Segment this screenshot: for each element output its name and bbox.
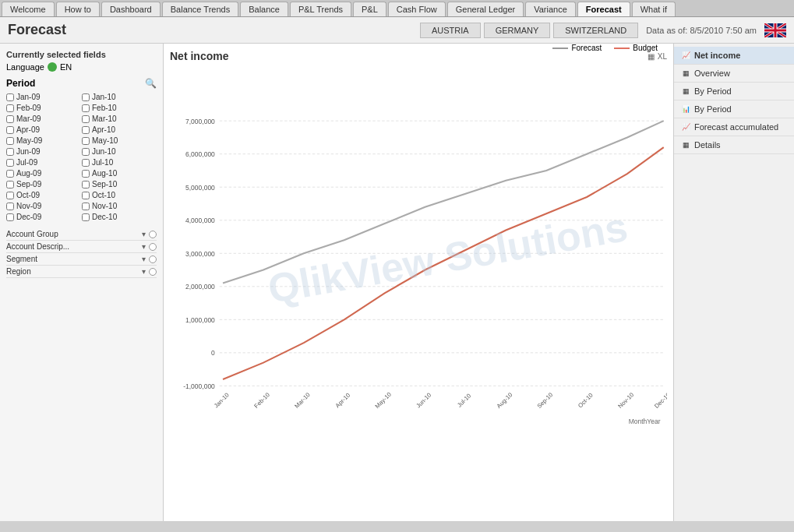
rp-by-period-2[interactable]: 📊 By Period — [674, 100, 794, 118]
period-label: Nov-10 — [92, 202, 117, 210]
rp-overview[interactable]: ▦ Overview — [674, 65, 794, 83]
legend-forecast: Forecast — [552, 44, 602, 52]
tab-cash-flow[interactable]: Cash Flow — [388, 2, 446, 16]
period-row: Aug-09 — [6, 168, 81, 178]
period-checkbox-right-1[interactable] — [82, 104, 90, 112]
period-search-icon[interactable]: 🔍 — [145, 78, 157, 89]
period-checkbox-right-8[interactable] — [82, 181, 90, 188]
period-checkbox-left-7[interactable] — [6, 170, 14, 178]
svg-text:1,000,000: 1,000,000 — [185, 316, 215, 324]
filter-label: Account Descrip... — [6, 242, 139, 251]
svg-text:May-10: May-10 — [374, 391, 393, 410]
period-checkbox-left-4[interactable] — [6, 137, 14, 145]
svg-text:3,000,000: 3,000,000 — [185, 250, 215, 258]
country-austria[interactable]: AUSTRIA — [420, 23, 481, 38]
period-checkbox-right-5[interactable] — [82, 148, 90, 156]
period-label: Sep-10 — [92, 180, 117, 188]
period-label: Mar-10 — [92, 115, 117, 123]
period-checkbox-right-6[interactable] — [82, 159, 90, 167]
period-label: Dec-09 — [16, 213, 41, 221]
svg-text:2,000,000: 2,000,000 — [185, 283, 215, 291]
period-checkbox-right-4[interactable] — [82, 137, 90, 145]
tab-general-ledger[interactable]: General Ledger — [447, 2, 524, 16]
period-label: Oct-10 — [92, 191, 115, 199]
period-label: Aug-10 — [92, 169, 117, 178]
rp-by-period-1[interactable]: ▦ By Period — [674, 83, 794, 100]
period-checkbox-right-11[interactable] — [82, 213, 90, 221]
rp-forecast-accumulated[interactable]: 📈 Forecast accumulated — [674, 118, 794, 136]
period-checkbox-left-11[interactable] — [6, 213, 14, 221]
right-panel: 📈 Net income ▦ Overview ▦ By Period 📊 By… — [673, 44, 794, 521]
rp-net-income[interactable]: 📈 Net income — [674, 47, 794, 65]
rp-details[interactable]: ▦ Details — [674, 136, 794, 154]
tab-howto[interactable]: How to — [56, 2, 100, 16]
period-checkbox-left-8[interactable] — [6, 181, 14, 188]
filter-row-2: Segment ▾ — [6, 253, 157, 266]
period-label: Jul-10 — [92, 158, 113, 167]
svg-text:7,000,000: 7,000,000 — [185, 118, 215, 125]
legend-budget: Budget — [614, 44, 658, 52]
period-checkbox-right-2[interactable] — [82, 115, 90, 123]
filter-row-3: Region ▾ — [6, 266, 157, 278]
page-header: Forecast AUSTRIA GERMANY SWITZERLAND Dat… — [0, 17, 794, 44]
period-row: Nov-10 — [82, 201, 157, 211]
svg-text:6,000,000: 6,000,000 — [185, 150, 215, 158]
period-checkbox-left-0[interactable] — [6, 93, 14, 101]
period-label: Feb-09 — [16, 104, 41, 112]
period-row: Mar-10 — [82, 114, 157, 124]
period-label: Aug-09 — [16, 169, 41, 178]
tab-variance[interactable]: Variance — [525, 2, 576, 16]
tab-pl[interactable]: P&L — [353, 2, 386, 16]
period-checkbox-left-9[interactable] — [6, 192, 14, 199]
tab-pl-trends[interactable]: P&L Trends — [290, 2, 351, 16]
period-row: Jun-09 — [6, 146, 81, 157]
period-label: Mar-09 — [16, 115, 41, 123]
period-checkbox-right-3[interactable] — [82, 126, 90, 134]
period-checkbox-left-6[interactable] — [6, 159, 14, 167]
tab-balance[interactable]: Balance — [240, 2, 288, 16]
table-icon-1: ▦ — [680, 69, 691, 78]
filter-dropdown-icon[interactable]: ▾ — [142, 242, 146, 251]
svg-text:Oct-10: Oct-10 — [577, 392, 595, 410]
period-row: Sep-09 — [6, 179, 81, 189]
period-checkbox-left-3[interactable] — [6, 126, 14, 134]
excel-icon[interactable]: XL — [658, 52, 667, 61]
country-germany[interactable]: GERMANY — [484, 23, 551, 38]
tab-forecast[interactable]: Forecast — [577, 2, 630, 16]
chart-title: Net income — [170, 50, 228, 62]
tab-what-if[interactable]: What if — [632, 2, 676, 16]
period-checkbox-left-10[interactable] — [6, 203, 14, 210]
period-row: Nov-09 — [6, 201, 81, 211]
period-checkbox-left-5[interactable] — [6, 148, 14, 156]
print-icon[interactable]: ▦ — [648, 52, 655, 61]
filter-dropdown-icon[interactable]: ▾ — [142, 267, 146, 276]
country-switzerland[interactable]: SWITZERLAND — [553, 23, 638, 38]
period-checkbox-left-2[interactable] — [6, 115, 14, 123]
period-checkbox-right-9[interactable] — [82, 192, 90, 199]
tab-welcome[interactable]: Welcome — [2, 2, 55, 16]
period-checkbox-right-10[interactable] — [82, 203, 90, 210]
filter-label: Segment — [6, 255, 139, 263]
tab-balance-trends[interactable]: Balance Trends — [162, 2, 238, 16]
svg-text:4,000,000: 4,000,000 — [185, 217, 215, 224]
tab-dashboard[interactable]: Dashboard — [101, 2, 161, 16]
period-label: Jun-09 — [16, 147, 41, 156]
table-icon-2: ▦ — [680, 86, 691, 96]
filter-label: Account Group — [6, 230, 139, 238]
legend-forecast-label: Forecast — [571, 44, 602, 52]
period-checkbox-left-1[interactable] — [6, 104, 14, 112]
period-row: Apr-09 — [6, 125, 81, 135]
period-checkbox-right-7[interactable] — [82, 170, 90, 178]
country-selector: AUSTRIA GERMANY SWITZERLAND — [420, 23, 638, 38]
svg-text:Aug-10: Aug-10 — [496, 391, 514, 410]
period-row: Aug-10 — [82, 168, 157, 178]
period-label: Jan-10 — [92, 93, 116, 101]
rp-details-label: Details — [694, 140, 721, 150]
main-layout: Currently selected fields Language EN Pe… — [0, 44, 794, 521]
filter-dropdown-icon[interactable]: ▾ — [142, 255, 146, 263]
svg-text:5,000,000: 5,000,000 — [185, 184, 215, 192]
period-checkbox-right-0[interactable] — [82, 93, 90, 101]
period-row: Dec-09 — [6, 212, 81, 222]
filter-dropdown-icon[interactable]: ▾ — [142, 230, 146, 238]
chart-toolbar: ▦ XL — [648, 52, 667, 61]
